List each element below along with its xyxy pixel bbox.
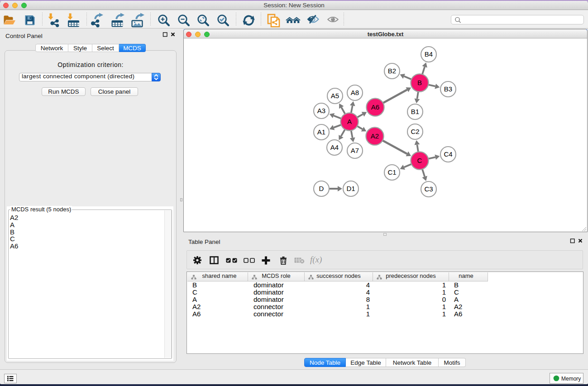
svg-text:B3: B3 xyxy=(444,85,452,93)
svg-text:A1: A1 xyxy=(317,128,325,136)
svg-text:C3: C3 xyxy=(424,185,433,193)
svg-text:C4: C4 xyxy=(444,150,452,158)
svg-text:D1: D1 xyxy=(346,185,355,192)
svg-text:C2: C2 xyxy=(411,128,419,135)
svg-text:A: A xyxy=(347,118,352,125)
svg-text:A2: A2 xyxy=(371,132,379,140)
svg-text:A6: A6 xyxy=(371,103,379,111)
svg-text:B: B xyxy=(417,79,422,86)
svg-text:A7: A7 xyxy=(351,147,359,154)
svg-text:B2: B2 xyxy=(388,67,396,75)
svg-text:A5: A5 xyxy=(331,92,339,100)
svg-text:C: C xyxy=(417,157,422,164)
svg-text:B4: B4 xyxy=(425,50,433,58)
svg-text:A4: A4 xyxy=(330,143,339,151)
svg-text:B1: B1 xyxy=(411,108,419,115)
svg-text:D: D xyxy=(319,185,324,192)
svg-text:Memory: Memory xyxy=(561,376,581,382)
svg-text:A3: A3 xyxy=(317,107,325,114)
svg-text:C1: C1 xyxy=(387,168,396,176)
svg-text:A8: A8 xyxy=(351,89,359,96)
